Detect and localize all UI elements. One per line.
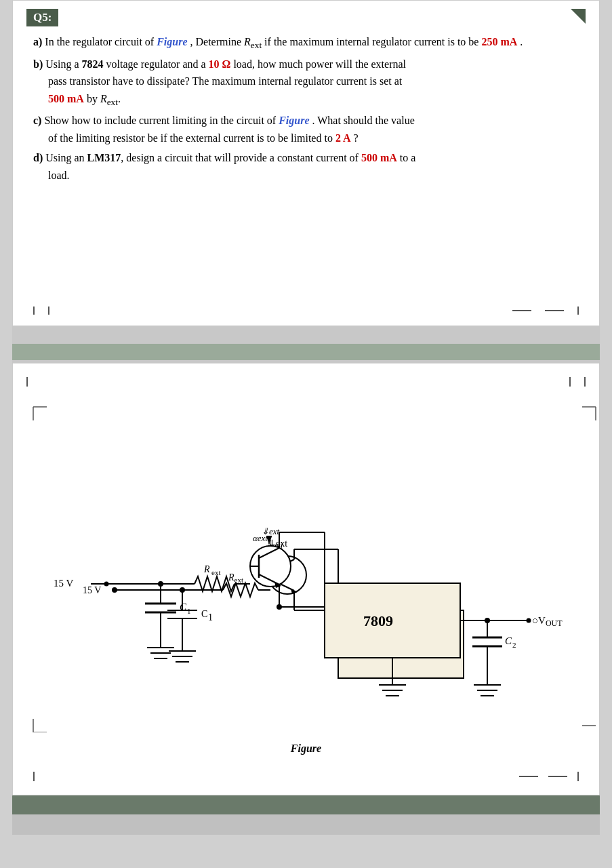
svg-text:R: R (203, 564, 210, 574)
question-b: b) Using a 7824 voltage regulator and a … (33, 56, 586, 110)
qd-text2: to a (400, 152, 416, 163)
qb-text2: load, how much power will the external (233, 58, 406, 70)
qc-text1: Show how to include current limiting in … (44, 115, 279, 126)
qc-highlight1: 2 A (335, 132, 351, 144)
separator-area (12, 326, 600, 363)
qc-text2: . What should the value (312, 115, 415, 126)
bottom-bar (12, 795, 600, 814)
qd-highlight1: 500 mA (361, 152, 397, 163)
circuit-section: .wire { stroke: #000; stroke-width: 2; f… (12, 363, 600, 795)
question-d: d) Using an LM317, design a circuit that… (33, 149, 586, 184)
figure-caption: Figure (26, 743, 586, 755)
qa-label: a) (33, 36, 42, 47)
qd-text1: Using an LM317, design a circuit that wi… (45, 152, 361, 163)
qa-figure-link: Figure (157, 36, 187, 47)
svg-text:7809: 7809 (363, 612, 393, 629)
corner-fold-decoration (571, 9, 586, 24)
svg-text:○VOUT: ○VOUT (532, 615, 563, 628)
page-wrapper: Q5: a) In the regulator circuit of Figur… (0, 0, 612, 868)
q5-label: Q5: (26, 9, 58, 26)
question-section: Q5: a) In the regulator circuit of Figur… (12, 0, 600, 326)
qa-text1: In the regulator circuit of (45, 36, 157, 47)
bottom-extra (12, 814, 600, 835)
svg-text:2: 2 (512, 641, 516, 649)
svg-text:⇓ext: ⇓ext (262, 526, 280, 536)
question-a: a) In the regulator circuit of Figure , … (33, 33, 586, 53)
qc-text4: ? (354, 132, 359, 144)
qb-text1: Using a 7824 voltage regulator and a (45, 58, 208, 70)
qa-text3: . (520, 36, 523, 47)
divider-inner (12, 344, 600, 360)
svg-point-68 (527, 618, 531, 623)
qb-text4: by Rext. (87, 93, 121, 104)
qb-highlight2: 500 mA (48, 93, 84, 104)
qd-label: d) (33, 152, 43, 163)
qd-text3: load. (48, 170, 70, 181)
circuit-diagram: .wire { stroke: #000; stroke-width: 2; f… (26, 400, 586, 753)
qc-label: c) (33, 115, 41, 126)
qc-figure-link: Figure (279, 115, 309, 126)
question-list: a) In the regulator circuit of Figure , … (26, 33, 586, 184)
qb-text3: pass transistor have to dissipate? The m… (48, 75, 402, 87)
svg-text:C: C (505, 635, 512, 646)
qb-highlight1: 10 Ω (209, 58, 231, 70)
svg-text:15 V: 15 V (54, 578, 73, 589)
svg-text:ext: ext (211, 568, 220, 576)
qa-text2: , Determine Rext if the maximum internal… (190, 36, 482, 47)
qc-text3: of the limiting resistor be if the exter… (48, 132, 335, 144)
qa-highlight1: 250 mA (481, 36, 517, 47)
question-c: c) Show how to include current limiting … (33, 112, 586, 146)
svg-text:C: C (180, 601, 187, 612)
svg-text:1: 1 (187, 607, 191, 615)
qb-label: b) (33, 58, 43, 70)
